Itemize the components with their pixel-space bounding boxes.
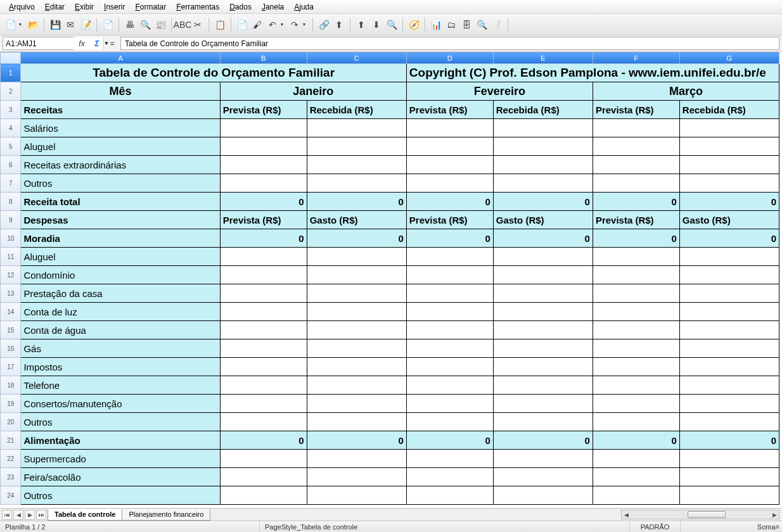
- scroll-left-icon[interactable]: ◀: [622, 510, 631, 519]
- cell-r21-c2[interactable]: 0: [307, 431, 406, 450]
- cell-r4-c0[interactable]: Salários: [21, 119, 220, 137]
- cell-r17-c6[interactable]: [679, 358, 779, 376]
- cell-r13-c3[interactable]: [406, 284, 493, 303]
- toolbar-btn-2[interactable]: 💾: [48, 18, 62, 32]
- col-header-B[interactable]: B: [220, 53, 307, 64]
- cell-r3-c6[interactable]: Recebida (R$): [679, 101, 779, 119]
- cell-r6-c5[interactable]: [593, 156, 679, 174]
- toolbar-btn-15[interactable]: ↷: [288, 18, 302, 32]
- row-header-9[interactable]: 9: [1, 211, 21, 229]
- row-header-11[interactable]: 11: [1, 248, 21, 266]
- cell-r4-c5[interactable]: [593, 119, 679, 137]
- menu-inserir[interactable]: Inserir: [99, 1, 130, 13]
- cell-r19-c2[interactable]: [307, 395, 406, 413]
- cell-r14-c5[interactable]: [593, 303, 679, 321]
- cell-r21-c4[interactable]: 0: [493, 431, 593, 450]
- cell-r1-c1[interactable]: Copyright (C) Prof. Edson Pamplona - www…: [406, 64, 779, 82]
- cell-r24-c1[interactable]: [220, 486, 307, 505]
- cell-r12-c3[interactable]: [406, 266, 493, 284]
- toolbar-drop-14[interactable]: ▾: [281, 22, 286, 27]
- menu-editar[interactable]: Editar: [40, 1, 70, 13]
- toolbar-btn-12[interactable]: 📄: [235, 18, 249, 32]
- row-header-17[interactable]: 17: [1, 358, 21, 376]
- cell-r22-c5[interactable]: [593, 450, 679, 468]
- cell-r12-c6[interactable]: [679, 266, 779, 284]
- cell-r17-c2[interactable]: [307, 358, 406, 376]
- cell-r22-c6[interactable]: [679, 450, 779, 468]
- cell-r5-c4[interactable]: [493, 137, 593, 156]
- menu-ferramentas[interactable]: Ferramentas: [171, 1, 224, 13]
- cell-r16-c1[interactable]: [220, 339, 307, 358]
- row-header-4[interactable]: 4: [1, 119, 21, 137]
- toolbar-btn-22[interactable]: 📊: [429, 18, 443, 32]
- cell-r22-c4[interactable]: [493, 450, 593, 468]
- cell-r18-c3[interactable]: [406, 376, 493, 395]
- toolbar-btn-5[interactable]: 📄: [101, 18, 115, 32]
- cell-r5-c2[interactable]: [307, 137, 406, 156]
- cell-r23-c4[interactable]: [493, 468, 593, 486]
- cell-r20-c5[interactable]: [593, 413, 679, 431]
- menu-dados[interactable]: Dados: [224, 1, 257, 13]
- cell-r11-c0[interactable]: Aluguel: [21, 248, 220, 266]
- cell-r8-c1[interactable]: 0: [220, 193, 307, 211]
- col-header-D[interactable]: D: [406, 53, 493, 64]
- cell-r14-c4[interactable]: [493, 303, 593, 321]
- toolbar-btn-9[interactable]: ABC: [176, 18, 189, 32]
- row-header-22[interactable]: 22: [1, 450, 21, 468]
- toolbar-btn-10[interactable]: ✂: [191, 18, 205, 32]
- cell-r19-c3[interactable]: [406, 395, 493, 413]
- cell-r18-c2[interactable]: [307, 376, 406, 395]
- cell-r15-c5[interactable]: [593, 321, 679, 339]
- cell-r19-c5[interactable]: [593, 395, 679, 413]
- cell-r20-c0[interactable]: Outros: [21, 413, 220, 431]
- cell-r24-c0[interactable]: Outros: [21, 486, 220, 505]
- tab-last-icon[interactable]: ⏭: [36, 510, 46, 520]
- cell-r4-c1[interactable]: [220, 119, 307, 137]
- cell-r17-c0[interactable]: Impostos: [21, 358, 220, 376]
- cell-r16-c6[interactable]: [679, 339, 779, 358]
- cell-r16-c5[interactable]: [593, 339, 679, 358]
- cell-r21-c6[interactable]: 0: [679, 431, 779, 450]
- cell-r12-c4[interactable]: [493, 266, 593, 284]
- cell-r8-c3[interactable]: 0: [406, 193, 493, 211]
- cell-r20-c1[interactable]: [220, 413, 307, 431]
- menu-ajuda[interactable]: Ajuda: [289, 1, 319, 13]
- cell-r21-c0[interactable]: Alimentação: [21, 431, 220, 450]
- toolbar-btn-14[interactable]: ↶: [266, 18, 279, 32]
- cell-r4-c6[interactable]: [679, 119, 779, 137]
- cell-r15-c3[interactable]: [406, 321, 493, 339]
- cell-r6-c3[interactable]: [406, 156, 493, 174]
- cell-r18-c0[interactable]: Telefone: [21, 376, 220, 395]
- cell-r3-c4[interactable]: Recebida (R$): [493, 101, 593, 119]
- name-box[interactable]: ▼: [3, 37, 74, 50]
- cell-r7-c1[interactable]: [220, 174, 307, 193]
- cell-r9-c6[interactable]: Gasto (R$): [679, 211, 779, 229]
- cell-r13-c4[interactable]: [493, 284, 593, 303]
- toolbar-btn-6[interactable]: 🖶: [123, 18, 137, 32]
- row-header-14[interactable]: 14: [1, 303, 21, 321]
- cell-r8-c2[interactable]: 0: [307, 193, 406, 211]
- cell-r15-c6[interactable]: [679, 321, 779, 339]
- cell-r17-c5[interactable]: [593, 358, 679, 376]
- row-header-10[interactable]: 10: [1, 229, 21, 248]
- cell-r7-c6[interactable]: [679, 174, 779, 193]
- toolbar-btn-13[interactable]: 🖌: [250, 18, 264, 32]
- row-header-8[interactable]: 8: [1, 193, 21, 211]
- cell-r20-c2[interactable]: [307, 413, 406, 431]
- cell-r16-c4[interactable]: [493, 339, 593, 358]
- cell-r24-c4[interactable]: [493, 486, 593, 505]
- cell-r17-c4[interactable]: [493, 358, 593, 376]
- cell-r6-c2[interactable]: [307, 156, 406, 174]
- cell-r24-c3[interactable]: [406, 486, 493, 505]
- cell-r21-c5[interactable]: 0: [593, 431, 679, 450]
- cell-r14-c2[interactable]: [307, 303, 406, 321]
- cell-r24-c2[interactable]: [307, 486, 406, 505]
- cell-r23-c5[interactable]: [593, 468, 679, 486]
- fx-icon[interactable]: fx: [75, 37, 89, 50]
- cell-r5-c0[interactable]: Aluguel: [21, 137, 220, 156]
- equals-icon[interactable]: =: [105, 37, 119, 50]
- cell-r9-c3[interactable]: Prevista (R$): [406, 211, 493, 229]
- cell-r11-c2[interactable]: [307, 248, 406, 266]
- cell-r11-c1[interactable]: [220, 248, 307, 266]
- cell-r7-c4[interactable]: [493, 174, 593, 193]
